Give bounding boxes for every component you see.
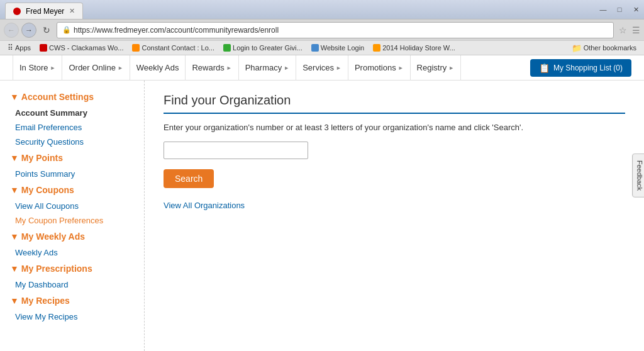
- feedback-label: Feedback: [636, 160, 643, 191]
- nav-link-registry[interactable]: Registry ►: [411, 55, 462, 81]
- my-prescriptions-section-label: My Prescriptions: [21, 264, 92, 274]
- tab-close-button[interactable]: ✕: [69, 7, 75, 15]
- bookmark-cws[interactable]: CWS - Clackamas Wo...: [36, 43, 127, 53]
- cws-favicon: [40, 44, 47, 52]
- other-bookmarks-label: Other bookmarks: [584, 44, 636, 52]
- bookmark-constant[interactable]: Constant Contact : Lo...: [128, 43, 218, 53]
- top-nav: In Store ► Order Online ► Weekly Ads Rew…: [0, 55, 644, 81]
- account-settings-section-label: Account Settings: [21, 92, 94, 102]
- sidebar-my-points-section[interactable]: ▼ My Points: [0, 149, 144, 167]
- nav-link-weekly-ads[interactable]: Weekly Ads: [130, 55, 186, 81]
- sidebar-item-view-all-coupons[interactable]: View All Coupons: [0, 199, 144, 213]
- view-all-organizations-link[interactable]: View All Organizations: [164, 201, 625, 210]
- nav-registry-arrow: ►: [448, 65, 454, 71]
- lock-icon: 🔒: [62, 26, 71, 34]
- menu-button[interactable]: ☰: [632, 25, 640, 35]
- nav-order-online-label: Order Online: [69, 63, 115, 72]
- sidebar-item-my-dashboard[interactable]: My Dashboard: [0, 277, 144, 292]
- my-coupons-arrow-icon: ▼: [10, 185, 19, 195]
- nav-link-pharmacy[interactable]: Pharmacy ►: [239, 55, 296, 81]
- bookmark-website-login[interactable]: Website Login: [308, 43, 369, 53]
- amazon-favicon: [373, 44, 380, 52]
- sidebar-item-security-questions[interactable]: Security Questions: [0, 135, 144, 149]
- tab-favicon: [13, 8, 21, 15]
- page-wrapper: In Store ► Order Online ► Weekly Ads Rew…: [0, 55, 644, 351]
- bookmark-cws-label: CWS - Clackamas Wo...: [49, 44, 123, 52]
- my-coupons-section-label: My Coupons: [21, 185, 74, 195]
- bookmark-website-login-label: Website Login: [321, 44, 365, 52]
- sidebar-security-questions-label: Security Questions: [15, 137, 84, 147]
- back-button[interactable]: ←: [4, 23, 19, 38]
- window-controls: — □ ✕: [595, 0, 644, 19]
- bookmark-star-button[interactable]: ☆: [619, 25, 627, 35]
- nav-promotions-label: Promotions: [355, 63, 396, 72]
- sidebar-account-summary-label: Account Summary: [15, 108, 87, 118]
- nav-pharmacy-label: Pharmacy: [245, 63, 282, 72]
- search-button[interactable]: Search: [164, 169, 214, 188]
- nav-in-store-arrow: ►: [50, 65, 56, 71]
- bookmark-amazon-label: 2014 Holiday Store W...: [382, 44, 455, 52]
- sidebar-my-recipes-section[interactable]: ▼ My Recipes: [0, 292, 144, 309]
- bookmark-constant-label: Constant Contact : Lo...: [142, 44, 214, 52]
- my-weekly-ads-arrow-icon: ▼: [10, 231, 19, 242]
- browser-tab[interactable]: Fred Meyer ✕: [5, 3, 83, 19]
- sidebar-points-summary-label: Points Summary: [15, 169, 75, 179]
- my-prescriptions-arrow-icon: ▼: [10, 264, 19, 274]
- other-bookmarks-folder[interactable]: 📁 Other bookmarks: [568, 42, 640, 54]
- shopping-list-button[interactable]: 📋 My Shopping List (0): [530, 59, 631, 77]
- sidebar-item-points-summary[interactable]: Points Summary: [0, 167, 144, 181]
- nav-link-services[interactable]: Services ►: [296, 55, 348, 81]
- address-bar: ← → ↻ 🔒 https://www.fredmeyer.com/accoun…: [0, 19, 644, 40]
- constant-favicon: [132, 44, 140, 52]
- minimize-button[interactable]: —: [595, 0, 611, 19]
- bookmark-login-greater[interactable]: Login to Greater Givi...: [219, 43, 306, 53]
- nav-in-store-label: In Store: [19, 63, 48, 72]
- sidebar-item-view-my-recipes[interactable]: View My Recipes: [0, 309, 144, 324]
- sidebar-item-account-summary[interactable]: Account Summary: [0, 106, 144, 120]
- maximize-button[interactable]: □: [611, 0, 628, 19]
- sidebar-view-my-recipes-label: View My Recipes: [15, 312, 77, 321]
- nav-registry-label: Registry: [417, 63, 447, 72]
- shopping-list-icon: 📋: [539, 63, 550, 73]
- nav-link-in-store[interactable]: In Store ►: [13, 55, 62, 81]
- bookmark-apps[interactable]: ⠿ Apps: [4, 42, 35, 53]
- feedback-tab[interactable]: Feedback: [632, 153, 644, 198]
- nav-link-order-online[interactable]: Order Online ►: [62, 55, 130, 81]
- sidebar-view-all-coupons-label: View All Coupons: [15, 201, 79, 211]
- title-bar: Fred Meyer ✕ — □ ✕: [0, 0, 644, 19]
- nav-services-label: Services: [303, 63, 334, 72]
- main-layout: ▼ Account Settings Account Summary Email…: [0, 81, 644, 351]
- sidebar-my-coupon-preferences-label: My Coupon Preferences: [15, 216, 103, 225]
- bookmark-login-greater-label: Login to Greater Givi...: [233, 44, 303, 52]
- apps-icon: ⠿: [8, 43, 13, 52]
- sidebar: ▼ Account Settings Account Summary Email…: [0, 81, 145, 351]
- bookmarks-bar: ⠿ Apps CWS - Clackamas Wo... Constant Co…: [0, 40, 644, 55]
- nav-rewards-label: Rewards: [192, 63, 224, 72]
- close-button[interactable]: ✕: [628, 0, 644, 19]
- bookmark-apps-label: Apps: [15, 44, 31, 52]
- org-search-input[interactable]: [164, 142, 308, 159]
- my-weekly-ads-section-label: My Weekly Ads: [21, 231, 85, 242]
- sidebar-weekly-ads-label: Weekly Ads: [15, 248, 58, 257]
- sidebar-my-prescriptions-section[interactable]: ▼ My Prescriptions: [0, 260, 144, 277]
- nav-order-online-arrow: ►: [118, 65, 123, 71]
- nav-link-promotions[interactable]: Promotions ►: [348, 55, 411, 81]
- my-points-section-label: My Points: [21, 153, 63, 163]
- shopping-list-label: My Shopping List (0): [553, 64, 623, 72]
- nav-pharmacy-arrow: ►: [284, 65, 289, 71]
- url-bar[interactable]: 🔒 https://www.fredmeyer.com/account/comm…: [57, 22, 614, 38]
- bookmark-amazon[interactable]: 2014 Holiday Store W...: [369, 43, 459, 53]
- website-login-favicon: [311, 44, 319, 52]
- nav-link-rewards[interactable]: Rewards ►: [186, 55, 238, 81]
- forward-button[interactable]: →: [21, 23, 36, 38]
- sidebar-my-weekly-ads-section[interactable]: ▼ My Weekly Ads: [0, 228, 144, 245]
- sidebar-item-email-preferences[interactable]: Email Preferences: [0, 120, 144, 135]
- sidebar-account-settings-section[interactable]: ▼ Account Settings: [0, 88, 144, 106]
- sidebar-item-my-coupon-preferences[interactable]: My Coupon Preferences: [0, 213, 144, 228]
- sidebar-email-preferences-label: Email Preferences: [15, 123, 82, 132]
- content-area: Find your Organization Enter your organi…: [145, 81, 644, 351]
- account-settings-arrow-icon: ▼: [10, 92, 19, 102]
- refresh-button[interactable]: ↻: [39, 23, 54, 38]
- sidebar-item-weekly-ads[interactable]: Weekly Ads: [0, 245, 144, 260]
- sidebar-my-coupons-section[interactable]: ▼ My Coupons: [0, 181, 144, 199]
